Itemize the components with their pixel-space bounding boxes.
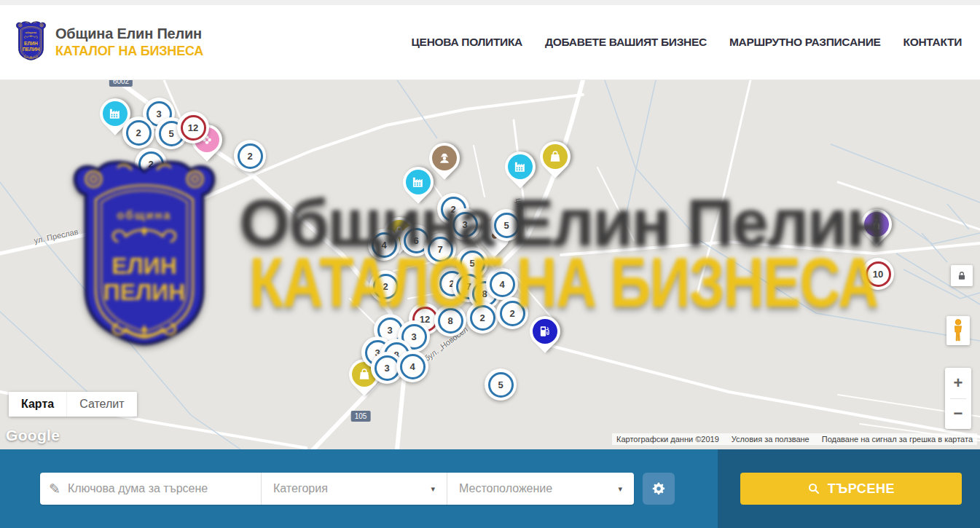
site-title: Община Елин Пелин bbox=[55, 25, 203, 42]
chevron-down-icon: ▾ bbox=[431, 484, 435, 494]
cluster-count: 2 bbox=[470, 305, 495, 331]
street-view-button[interactable] bbox=[946, 316, 970, 345]
cluster-marker[interactable]: 7 bbox=[424, 233, 456, 265]
map-type-map-button[interactable]: Карта bbox=[9, 392, 66, 417]
fuel-icon bbox=[533, 319, 557, 344]
map-type-control: Карта Сателит bbox=[9, 392, 137, 417]
search-bar: ✎ Категория ▾ Местоположение ▾ ТЪРСЕНЕ bbox=[0, 449, 980, 528]
search-button[interactable]: ТЪРСЕНЕ bbox=[740, 473, 962, 505]
main-nav: ЦЕНОВА ПОЛИТИКАДОБАВЕТЕ ВАШИЯТ БИЗНЕСМАР… bbox=[412, 36, 962, 49]
svg-text:община: община bbox=[26, 31, 37, 34]
cluster-count: 7 bbox=[428, 237, 453, 262]
map-type-satellite-button[interactable]: Сателит bbox=[66, 392, 136, 417]
zoom-out-button[interactable]: − bbox=[945, 399, 971, 430]
cluster-count: 10 bbox=[866, 261, 891, 287]
brand[interactable]: общинаЕЛИНПЕЛИН Община Елин Пелин КАТАЛО… bbox=[14, 20, 203, 65]
attribution-link[interactable]: Подаване на сигнал за грешка в картата bbox=[822, 435, 973, 444]
worker-icon bbox=[432, 146, 457, 170]
nav-item-3[interactable]: МАРШРУТНО РАЗПИСАНИЕ bbox=[729, 36, 881, 49]
search-fields: ✎ Категория ▾ Местоположение ▾ bbox=[40, 473, 634, 505]
svg-text:ПЕЛИН: ПЕЛИН bbox=[23, 46, 40, 51]
cluster-marker[interactable]: 4 bbox=[368, 229, 400, 261]
cluster-marker[interactable]: 8 bbox=[434, 304, 466, 336]
svg-text:ЕЛИН: ЕЛИН bbox=[24, 41, 38, 46]
nav-item-1[interactable]: ЦЕНОВА ПОЛИТИКА bbox=[412, 36, 522, 49]
attribution-link[interactable]: Условия за ползване bbox=[732, 435, 810, 444]
cluster-marker[interactable]: 2 bbox=[466, 302, 498, 334]
google-logo[interactable]: Google bbox=[6, 427, 60, 444]
cluster-marker[interactable]: 2 bbox=[234, 140, 266, 172]
category-select[interactable]: Категория ▾ bbox=[261, 473, 447, 505]
cluster-count: 3 bbox=[452, 212, 478, 237]
worker-pin[interactable] bbox=[429, 143, 460, 173]
church-icon bbox=[864, 212, 889, 237]
cluster-marker[interactable]: 5 bbox=[485, 369, 517, 401]
map-attribution: Картографски данни ©2019Условия за ползв… bbox=[612, 433, 977, 445]
cluster-count: 2 bbox=[126, 120, 152, 146]
cluster-count: 2 bbox=[500, 301, 525, 326]
nav-item-4[interactable]: КОНТАКТИ bbox=[903, 36, 962, 49]
cluster-marker[interactable]: 10 bbox=[862, 258, 894, 290]
attribution-text: Картографски данни ©2019 bbox=[616, 435, 719, 444]
zoom-in-button[interactable]: + bbox=[945, 368, 971, 398]
cluster-count: 8 bbox=[438, 308, 463, 334]
road-number-label: 105 bbox=[351, 411, 371, 422]
cluster-count: 2 bbox=[373, 274, 399, 299]
cluster-marker[interactable]: 12 bbox=[177, 111, 209, 143]
search-button-label: ТЪРСЕНЕ bbox=[828, 481, 895, 497]
cluster-marker[interactable]: 2 bbox=[122, 117, 154, 149]
settings-button[interactable] bbox=[643, 473, 675, 505]
keyword-field: ✎ bbox=[40, 473, 261, 505]
site-subtitle: КАТАЛОГ НА БИЗНЕСА bbox=[55, 44, 203, 59]
gear-icon bbox=[651, 481, 667, 497]
top-strip bbox=[0, 0, 980, 5]
search-icon bbox=[807, 482, 820, 495]
keyword-input[interactable] bbox=[68, 482, 252, 495]
cluster-count: 4 bbox=[400, 354, 426, 379]
brand-text: Община Елин Пелин КАТАЛОГ НА БИЗНЕСА bbox=[55, 25, 203, 59]
lock-button[interactable] bbox=[951, 265, 973, 286]
cluster-marker[interactable]: 3 bbox=[449, 208, 481, 240]
cluster-count: 2 bbox=[238, 143, 263, 169]
cluster-marker[interactable]: 4 bbox=[396, 350, 428, 382]
cluster-marker[interactable]: 4 bbox=[486, 268, 518, 300]
category-value: Категория bbox=[273, 482, 328, 495]
location-value: Местоположение bbox=[459, 482, 552, 495]
cluster-count: 2 bbox=[138, 151, 164, 177]
lock-icon bbox=[957, 271, 967, 281]
cluster-marker[interactable]: 5 bbox=[490, 209, 522, 241]
road-number-label: 6002 bbox=[109, 80, 133, 87]
zoom-control: + − bbox=[945, 368, 971, 429]
street-name-label: ци“ bbox=[514, 197, 525, 210]
bag-pin[interactable] bbox=[540, 141, 571, 172]
cluster-count: 4 bbox=[490, 272, 515, 297]
header: общинаЕЛИНПЕЛИН Община Елин Пелин КАТАЛО… bbox=[0, 5, 980, 80]
cluster-marker[interactable]: 2 bbox=[135, 148, 167, 180]
factory-icon bbox=[103, 101, 128, 126]
municipality-logo: общинаЕЛИНПЕЛИН bbox=[14, 20, 48, 65]
fuel-pin[interactable] bbox=[530, 316, 560, 347]
map-canvas[interactable]: 6002105 ул. Преславбул. „Новоселци“ 3251… bbox=[0, 80, 980, 449]
factory-pin[interactable] bbox=[505, 151, 536, 182]
factory-icon bbox=[406, 170, 431, 194]
church-pin[interactable] bbox=[861, 209, 892, 240]
cluster-marker[interactable]: 2 bbox=[369, 270, 401, 302]
factory-icon bbox=[508, 154, 533, 179]
factory-pin[interactable] bbox=[403, 167, 434, 197]
chevron-down-icon: ▾ bbox=[618, 484, 622, 494]
nav-item-2[interactable]: ДОБАВЕТЕ ВАШИЯТ БИЗНЕС bbox=[545, 36, 707, 49]
bag-icon bbox=[543, 144, 568, 169]
pegman-icon bbox=[951, 318, 965, 343]
location-select[interactable]: Местоположение ▾ bbox=[447, 473, 634, 505]
cluster-marker[interactable]: 2 bbox=[496, 297, 528, 329]
cluster-count: 5 bbox=[488, 372, 514, 398]
cluster-count: 12 bbox=[181, 115, 206, 141]
cluster-count: 4 bbox=[372, 232, 397, 258]
cluster-count: 5 bbox=[494, 213, 520, 238]
pencil-icon: ✎ bbox=[49, 481, 60, 497]
